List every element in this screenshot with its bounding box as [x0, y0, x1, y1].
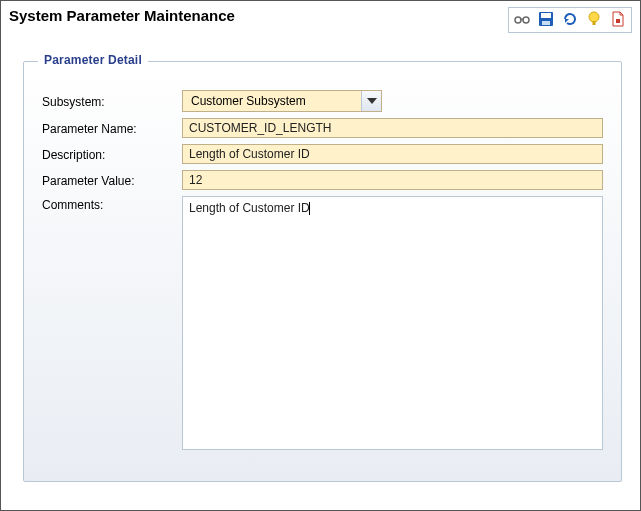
- refresh-button[interactable]: [561, 11, 579, 29]
- subsystem-dropdown-button[interactable]: [361, 91, 381, 111]
- save-button[interactable]: [537, 11, 555, 29]
- app-window: System Parameter Maintenance: [0, 0, 641, 511]
- row-parameter-value: Parameter Value: 12: [42, 170, 603, 190]
- svg-rect-3: [541, 13, 551, 18]
- label-subsystem: Subsystem:: [42, 93, 182, 109]
- subsystem-select[interactable]: Customer Subsystem: [182, 90, 382, 112]
- row-comments: Comments: Length of Customer ID: [42, 196, 603, 450]
- save-icon: [538, 11, 554, 30]
- comments-text: Length of Customer ID: [189, 201, 310, 215]
- svg-point-0: [515, 17, 521, 23]
- svg-rect-4: [542, 21, 550, 25]
- new-icon: [611, 11, 625, 30]
- refresh-icon: [562, 11, 578, 30]
- help-icon: [587, 11, 601, 30]
- row-description: Description: Length of Customer ID: [42, 144, 603, 164]
- description-field[interactable]: Length of Customer ID: [182, 144, 603, 164]
- toolbar: [508, 7, 632, 33]
- view-button[interactable]: [513, 11, 531, 29]
- text-cursor: [309, 202, 310, 215]
- chevron-down-icon: [367, 98, 377, 104]
- subsystem-select-value: Customer Subsystem: [183, 91, 361, 111]
- row-parameter-name: Parameter Name: CUSTOMER_ID_LENGTH: [42, 118, 603, 138]
- row-subsystem: Subsystem: Customer Subsystem: [42, 90, 603, 112]
- help-button[interactable]: [585, 11, 603, 29]
- parameter-name-field[interactable]: CUSTOMER_ID_LENGTH: [182, 118, 603, 138]
- parameter-detail-panel: Parameter Detail Subsystem: Customer Sub…: [23, 61, 622, 482]
- panel-legend: Parameter Detail: [38, 53, 148, 67]
- label-parameter-value: Parameter Value:: [42, 172, 182, 188]
- svg-point-5: [589, 12, 599, 22]
- label-parameter-name: Parameter Name:: [42, 120, 182, 136]
- header-bar: System Parameter Maintenance: [1, 1, 640, 35]
- label-comments: Comments:: [42, 196, 182, 212]
- svg-point-1: [523, 17, 529, 23]
- svg-rect-7: [616, 19, 620, 23]
- parameter-value-field[interactable]: 12: [182, 170, 603, 190]
- page-title: System Parameter Maintenance: [9, 7, 235, 24]
- glasses-icon: [514, 13, 530, 27]
- comments-textarea[interactable]: Length of Customer ID: [182, 196, 603, 450]
- label-description: Description:: [42, 146, 182, 162]
- svg-rect-6: [593, 21, 596, 25]
- new-button[interactable]: [609, 11, 627, 29]
